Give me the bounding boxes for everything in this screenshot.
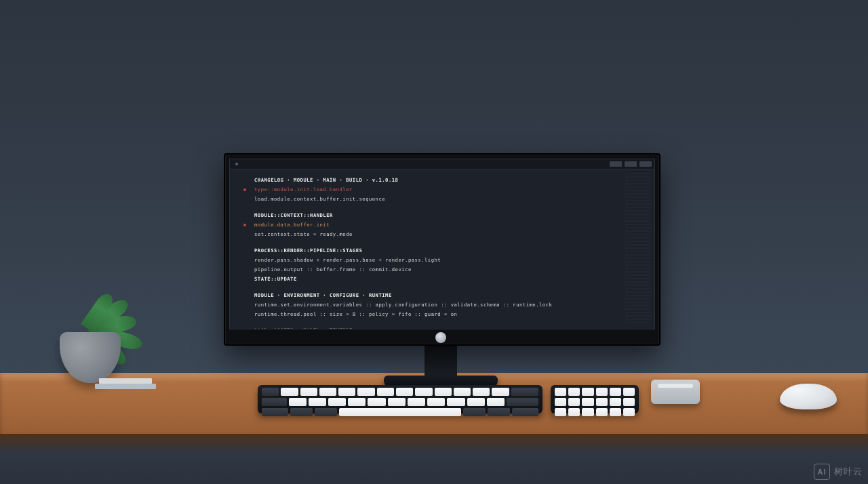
code-line: runtime.set.environment.variables :: app… bbox=[254, 300, 622, 310]
watermark-text: 树叶云 bbox=[834, 466, 863, 478]
watermark: AI 树叶云 bbox=[814, 464, 863, 480]
code-line: pipeline.output :: buffer.frame :: commi… bbox=[254, 265, 622, 275]
editor-minimap bbox=[625, 173, 650, 323]
numpad bbox=[551, 385, 639, 414]
desk-edge bbox=[0, 434, 868, 484]
code-line: runtime.thread.pool :: size = 8 :: polic… bbox=[254, 310, 622, 319]
code-line: render.pass.shadow + render.pass.base + … bbox=[254, 256, 622, 265]
mouse bbox=[780, 384, 837, 409]
monitor: CHANGELOG · MODULE · MAIN · BUILD · v.1.… bbox=[224, 153, 660, 346]
code-line: STATE::UPDATE bbox=[254, 275, 622, 284]
watermark-badge: AI bbox=[814, 464, 830, 480]
code-line: MODULE · ENVIRONMENT · CONFIGURE · RUNTI… bbox=[254, 291, 622, 300]
scene-illustration: CHANGELOG · MODULE · MAIN · BUILD · v.1.… bbox=[0, 0, 868, 484]
window-close-button bbox=[639, 161, 652, 167]
code-line: set.context.state = ready.mode bbox=[254, 230, 622, 239]
code-line: LOAD::ASSETS · MODEL · TEXTURE bbox=[254, 326, 622, 329]
stacked-books bbox=[95, 377, 156, 389]
code-line: type::module.init.load.handler bbox=[254, 185, 622, 195]
keyboard bbox=[258, 385, 542, 414]
code-editor-body: CHANGELOG · MODULE · MAIN · BUILD · v.1.… bbox=[254, 176, 622, 323]
code-line: load.module.context.buffer.init.sequence bbox=[254, 195, 622, 204]
monitor-logo-icon bbox=[435, 332, 446, 343]
screen: CHANGELOG · MODULE · MAIN · BUILD · v.1.… bbox=[229, 159, 655, 329]
code-line: MODULE::CONTEXT::HANDLER bbox=[254, 211, 622, 220]
code-line: module.data.buffer.init bbox=[254, 220, 622, 230]
titlebar-dot-icon bbox=[235, 163, 238, 165]
monitor-stand-neck bbox=[425, 343, 457, 380]
code-line: CHANGELOG · MODULE · MAIN · BUILD · v.1.… bbox=[254, 176, 622, 185]
window-min-button bbox=[610, 161, 622, 167]
window-titlebar bbox=[230, 159, 654, 169]
card-reader bbox=[651, 380, 700, 404]
code-line: PROCESS::RENDER::PIPELINE::STAGES bbox=[254, 246, 622, 256]
window-max-button bbox=[625, 161, 637, 167]
